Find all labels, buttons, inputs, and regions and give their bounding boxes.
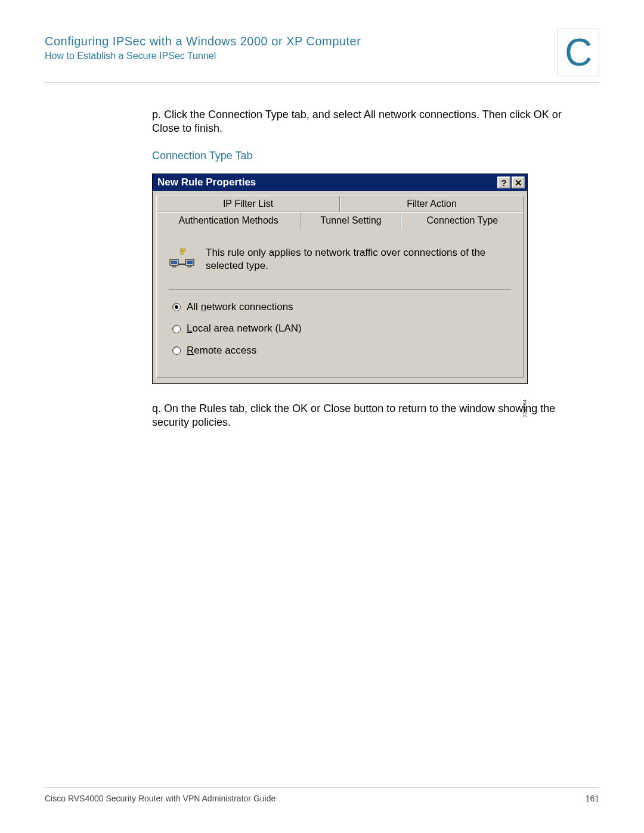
close-button[interactable]: ✕ [512,176,525,188]
step-p-text: p. Click the Connection Type tab, and se… [152,108,581,136]
tab-strip: IP Filter List Filter Action Authenticat… [153,191,527,229]
dialog-title: New Rule Properties [157,176,496,189]
content-area: p. Click the Connection Type tab, and se… [152,108,581,429]
appendix-box: C [558,29,599,76]
footer-divider [45,787,599,788]
appendix-letter: C [565,33,592,72]
new-rule-properties-dialog: New Rule Properties ? ✕ IP Filter List F… [152,174,528,383]
tab-connection-type[interactable]: Connection Type [401,212,524,229]
header-divider [45,82,599,83]
page-footer: Cisco RVS4000 Security Router with VPN A… [45,787,599,803]
radio-label-all: All network connections [187,301,293,314]
radio-label-remote: Remote access [187,344,256,357]
svg-point-7 [181,250,182,251]
svg-rect-4 [187,261,193,264]
radio-icon [172,346,181,355]
page-header: Configuring IPSec with a Windows 2000 or… [45,35,599,76]
tab-tunnel-setting[interactable]: Tunnel Setting [301,212,401,229]
radio-icon [172,303,181,311]
svg-rect-1 [171,261,177,264]
rule-description-text: This rule only applies to network traffi… [206,246,511,272]
tab-authentication-methods[interactable]: Authentication Methods [156,212,301,229]
dialog-titlebar: New Rule Properties ? ✕ [153,174,527,191]
radio-icon [172,325,181,333]
svg-rect-2 [172,265,176,267]
help-button[interactable]: ? [497,176,510,188]
tab-filter-action[interactable]: Filter Action [340,196,524,212]
figure-caption: Connection Type Tab [152,149,581,163]
tab-panel-connection-type: This rule only applies to network traffi… [156,228,524,377]
radio-label-lan: Local area network (LAN) [187,322,302,335]
image-id: 234264 [522,400,529,417]
network-icon [169,246,195,272]
footer-guide-title: Cisco RVS4000 Security Router with VPN A… [45,794,275,803]
chapter-title: Configuring IPSec with a Windows 2000 or… [45,35,599,48]
radio-remote-access[interactable]: Remote access [172,344,511,357]
svg-rect-5 [188,265,191,267]
step-q-text: q. On the Rules tab, click the OK or Clo… [152,402,581,430]
radio-all-network-connections[interactable]: All network connections [172,301,511,314]
section-title: How to Establish a Secure IPSec Tunnel [45,51,599,61]
tab-ip-filter-list[interactable]: IP Filter List [156,196,340,212]
footer-page-number: 161 [586,794,599,803]
radio-local-area-network[interactable]: Local area network (LAN) [172,322,511,335]
